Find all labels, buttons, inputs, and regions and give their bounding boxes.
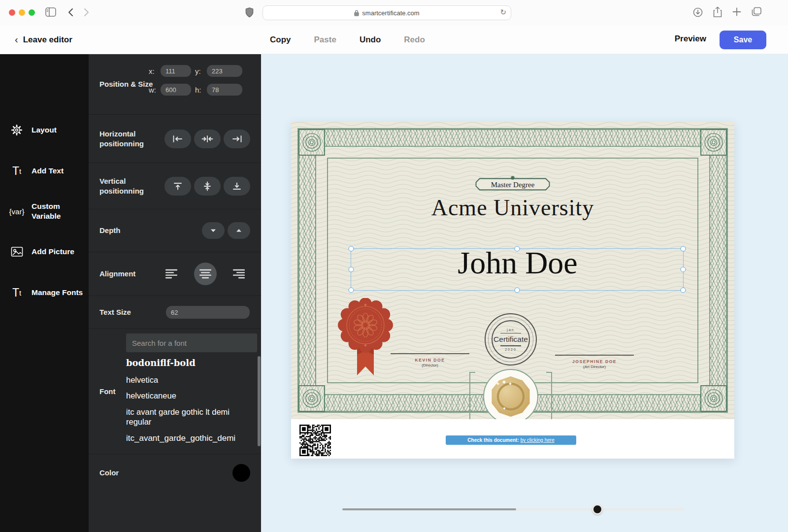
recipient-name[interactable]: John Doe xyxy=(351,245,684,294)
sidebar-item-label: Add Text xyxy=(32,166,64,176)
w-input[interactable] xyxy=(161,84,191,96)
depth-up-button[interactable] xyxy=(228,222,250,239)
align-left-edge-button[interactable] xyxy=(164,130,191,148)
text-align-center-button[interactable] xyxy=(194,263,217,285)
paste-button[interactable]: Paste xyxy=(314,35,336,45)
browser-chrome: smartcertificate.com ↻ xyxy=(0,0,788,26)
medal-bracket-left xyxy=(469,372,475,419)
font-search-input[interactable] xyxy=(126,333,257,352)
sidebar-item-add-text[interactable]: Tt Add Text xyxy=(0,165,89,178)
sidebar-item-manage-fonts[interactable]: Tt Manage Fonts xyxy=(0,286,89,299)
y-input[interactable] xyxy=(207,65,242,77)
align-center-vertical-button[interactable] xyxy=(194,177,221,196)
font-list: bodoniflf-bold helvetica helveticaneue i… xyxy=(126,358,255,449)
text-align-right-button[interactable] xyxy=(228,263,250,285)
signatory-role: (Art Director) xyxy=(555,365,634,369)
sidebar-item-add-picture[interactable]: Add Picture xyxy=(0,247,89,257)
certificate-stamp[interactable]: jan Certificate 2020 xyxy=(485,313,537,366)
font-option[interactable]: helveticaneue xyxy=(126,391,255,401)
resize-handle-w[interactable] xyxy=(349,267,354,272)
align-right-edge-button[interactable] xyxy=(224,130,250,148)
certificate-card: Master Degree Acme University xyxy=(291,122,734,459)
certificate-artwork: Master Degree Acme University xyxy=(291,122,734,419)
text-size-input[interactable] xyxy=(166,306,250,319)
signature-line xyxy=(391,353,469,354)
share-icon[interactable] xyxy=(713,6,722,20)
resize-handle-sw[interactable] xyxy=(349,288,354,293)
depth-section: Depth xyxy=(89,209,261,252)
resize-handle-n[interactable] xyxy=(515,246,520,252)
address-bar[interactable]: smartcertificate.com ↻ xyxy=(263,5,511,20)
font-option[interactable]: helvetica xyxy=(126,375,255,385)
degree-badge[interactable]: Master Degree xyxy=(475,176,550,191)
tab-overview-icon[interactable] xyxy=(752,7,762,19)
font-option[interactable]: bodoniflf-bold xyxy=(126,358,255,369)
chevron-left-icon: ‹ xyxy=(15,34,18,45)
forward-icon[interactable] xyxy=(84,8,89,19)
privacy-shield-icon[interactable] xyxy=(245,7,254,20)
sidebar-item-label: Custom Variable xyxy=(32,201,71,221)
font-option[interactable]: itc avant garde gothic lt demi regular xyxy=(126,407,255,427)
undo-button[interactable]: Undo xyxy=(360,35,381,45)
minimize-window-button[interactable] xyxy=(19,9,25,16)
x-label: x: xyxy=(149,67,157,75)
back-icon[interactable] xyxy=(68,8,73,19)
check-document-text: Check this document: xyxy=(467,437,519,443)
downloads-icon[interactable] xyxy=(693,7,703,19)
certificate-title[interactable]: Acme University xyxy=(291,195,734,221)
editor-canvas[interactable]: Master Degree Acme University xyxy=(261,54,788,532)
reload-icon[interactable]: ↻ xyxy=(500,8,506,17)
align-center-horizontal-button[interactable] xyxy=(194,130,221,148)
sidebar-item-custom-variable[interactable]: {var} Custom Variable xyxy=(0,201,84,221)
signatory-role: (Director) xyxy=(391,363,469,367)
resize-handle-nw[interactable] xyxy=(349,246,354,252)
x-input[interactable] xyxy=(161,65,191,77)
alignment-section: Alignment xyxy=(89,252,261,296)
sidebar-toggle-icon[interactable] xyxy=(45,7,56,19)
slider-fill xyxy=(342,508,516,510)
signature-left[interactable]: KEVIN DOE (Director) xyxy=(391,353,469,367)
sidebar-item-layout[interactable]: Layout xyxy=(0,124,89,136)
zoom-window-button[interactable] xyxy=(29,9,35,16)
slider-thumb[interactable] xyxy=(592,504,603,515)
w-label: w: xyxy=(149,86,157,94)
redo-button[interactable]: Redo xyxy=(404,35,425,45)
text-align-left-button[interactable] xyxy=(160,263,183,285)
sidebar-item-label: Add Picture xyxy=(32,247,74,257)
save-button[interactable]: Save xyxy=(720,31,766,49)
font-option[interactable]: itc_avant_garde_gothic_demi xyxy=(126,433,255,443)
copy-button[interactable]: Copy xyxy=(270,35,291,45)
medal-bracket-right xyxy=(546,372,552,419)
gear-icon xyxy=(10,124,24,136)
resize-handle-s[interactable] xyxy=(515,288,520,293)
position-size-label: Position & Size xyxy=(99,79,154,89)
leave-editor-button[interactable]: ‹ Leave editor xyxy=(15,34,72,45)
h-label: h: xyxy=(195,86,203,94)
align-top-edge-button[interactable] xyxy=(164,177,191,196)
align-bottom-edge-button[interactable] xyxy=(224,177,250,196)
preview-button[interactable]: Preview xyxy=(675,34,706,44)
signatory-name: JOSEPHINE DOE xyxy=(555,359,634,364)
new-tab-icon[interactable] xyxy=(732,7,741,18)
close-window-button[interactable] xyxy=(9,9,15,16)
resize-handle-e[interactable] xyxy=(681,267,686,272)
gold-medal[interactable] xyxy=(483,369,538,419)
variable-icon: {var} xyxy=(10,207,24,216)
tools-sidebar: Layout Tt Add Text {var} Custom Variable… xyxy=(0,54,89,532)
resize-handle-ne[interactable] xyxy=(681,246,686,252)
color-swatch[interactable] xyxy=(232,464,250,482)
selected-text-element[interactable]: John Doe xyxy=(351,248,684,291)
text-icon: Tt xyxy=(10,165,24,178)
check-document-link[interactable]: Check this document: by clicking here xyxy=(446,435,576,445)
font-list-scrollbar[interactable] xyxy=(258,356,261,446)
color-section: Color xyxy=(89,454,261,491)
signature-right[interactable]: JOSEPHINE DOE (Art Director) xyxy=(555,355,634,369)
zoom-slider[interactable] xyxy=(342,504,685,515)
h-input[interactable] xyxy=(207,84,242,96)
depth-label: Depth xyxy=(99,226,154,235)
signatory-name: KEVIN DOE xyxy=(391,358,469,363)
resize-handle-se[interactable] xyxy=(681,288,686,293)
wax-seal[interactable] xyxy=(336,298,395,387)
leave-editor-label: Leave editor xyxy=(23,35,72,45)
depth-down-button[interactable] xyxy=(202,222,225,239)
